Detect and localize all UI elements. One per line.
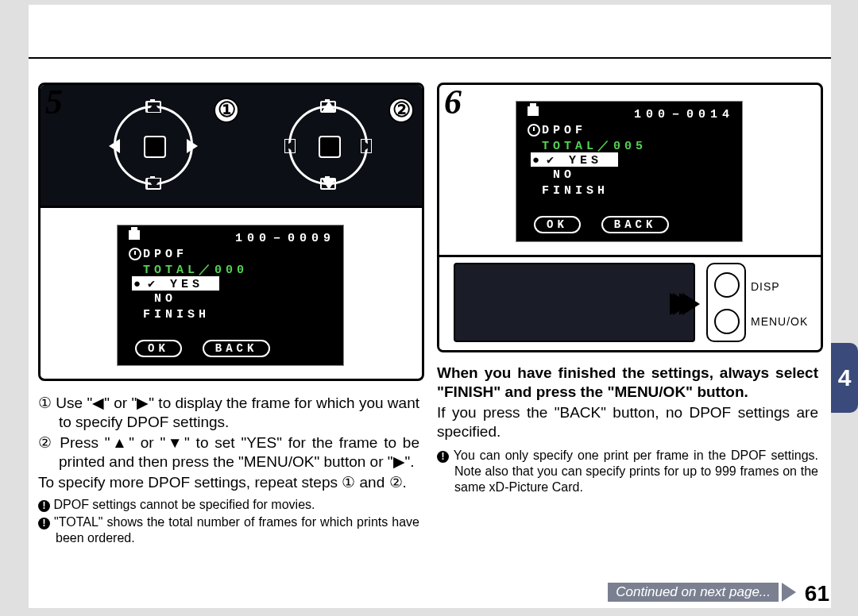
lcd-total: TOTAL／000 [143,262,335,276]
manual-page: 4 5 [29,5,831,608]
nav-dial-left-right [106,98,201,193]
nav-dial-up-down [280,98,376,193]
date-icon [528,124,540,137]
note-2: "TOTAL" shows the total number of frames… [54,515,419,545]
date-icon [129,248,141,260]
lcd-screen-6: 100－0014 DPOF TOTAL／005 ●✔ YES NO FINISH… [516,101,743,242]
button-labels: DISP MENU/OK [751,269,808,339]
lcd-ok-pill: OK [534,216,581,233]
finish-bold-text: When you have finished the settings, alw… [437,364,818,402]
print-icon [528,106,539,116]
print-icon [129,230,140,240]
note-1: DPOF settings cannot be specified for mo… [53,498,315,511]
step6-notes: ! You can only specify one print per fra… [437,448,818,495]
continued-arrow-icon [782,583,796,602]
caution-icon: ! [437,451,449,463]
instruction-repeat: To specify more DPOF settings, repeat st… [38,473,419,492]
instruction-1: ① Use "◀" or "▶" to display the frame fo… [38,394,419,432]
figure-step-6: 6 100－0014 DPOF TOTAL／005 ●✔ YES NO FINI… [437,83,823,352]
lcd-yes-selected: ●✔ YES [132,276,219,291]
step-number-6: 6 [444,83,462,122]
menu-ok-button[interactable] [714,309,740,334]
lcd-dpof: DPOF [542,124,734,138]
lcd-no: NO [553,168,734,183]
up-arrow-icon [322,101,336,112]
top-band [29,5,831,59]
lcd-total: TOTAL／005 [542,138,734,152]
file-number: 100－0014 [634,106,734,121]
left-arrow-icon [109,139,120,153]
lcd-dpof: DPOF [143,248,335,262]
step5-instructions: ① Use "◀" or "▶" to display the frame fo… [38,394,419,548]
step-number-5: 5 [45,83,63,122]
button-stack [706,263,746,342]
lcd-yes-label: ✔ YES [148,278,203,291]
lcd-finish: FINISH [143,308,335,322]
instruction-2: ② Press "▲" or "▼" to set "YES" for the … [38,433,419,472]
lcd-no: NO [154,292,335,306]
back-note-text: If you press the "BACK" button, no DPOF … [437,403,818,441]
down-arrow-icon [322,179,336,190]
lcd-screen-5: 100－0009 DPOF TOTAL／000 ●✔ YES NO FINISH… [117,225,344,366]
callout-2: ② [388,98,414,123]
press-arrow-icon [679,293,697,315]
lcd-ok-pill: OK [135,340,182,357]
page-number: 61 [805,581,829,606]
lcd-back-pill: BACK [601,216,670,233]
disp-button[interactable] [714,272,740,298]
continued-on-next-page: Continued on next page... [608,583,779,602]
chapter-tab: 4 [831,343,858,413]
right-column: 6 100－0014 DPOF TOTAL／005 ●✔ YES NO FINI… [437,83,818,591]
note-3: You can only specify one print per frame… [454,449,818,494]
camera-body-panel: DISP MENU/OK [439,258,821,350]
lcd-yes-label: ✔ YES [547,154,602,167]
menuok-label: MENU/OK [751,304,808,339]
disp-label: DISP [751,269,808,304]
step6-instructions: When you have finished the settings, alw… [437,364,818,497]
file-number: 100－0009 [235,230,335,245]
callout-1: ① [214,98,239,123]
right-arrow-icon [187,139,198,153]
camera-lcd-off [454,263,695,342]
caution-icon: ! [38,500,50,512]
lcd-yes-selected: ●✔ YES [531,152,618,167]
caution-icon: ! [38,518,50,529]
lcd-finish: FINISH [542,184,734,198]
figure-step-5: 5 [38,83,424,381]
step5-notes: ! DPOF settings cannot be specified for … [38,497,419,546]
left-column: 5 [38,83,419,591]
lcd-back-pill: BACK [203,340,271,357]
